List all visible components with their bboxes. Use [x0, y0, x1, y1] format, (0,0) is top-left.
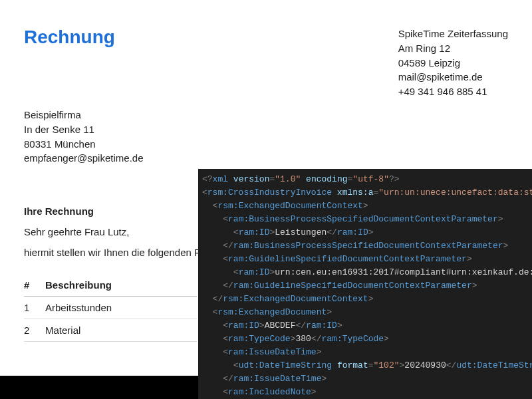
recipient-street: In der Senke 11 [24, 122, 508, 137]
sender-address-block: SpikeTime Zeiterfassung Am Ring 12 04589… [398, 27, 508, 99]
xml-gsdcp-open: ram:GuidelineSpecifiedDocumentContextPar… [228, 254, 467, 264]
xml-doc-id-val: ABCDEF [265, 321, 296, 331]
xml-typecode-close: ram:TypeCode [321, 334, 384, 344]
xml-doc-id-close: ram:ID [306, 321, 337, 331]
xml-doc-id-open: ram:ID [228, 321, 259, 331]
xml-dts-val: 20240930 [404, 360, 446, 370]
row-desc: Arbeitsstunden [45, 297, 197, 319]
row-desc: Material [45, 319, 197, 342]
sender-phone: +49 341 946 885 41 [398, 84, 508, 99]
xml-ed-open: rsm:ExchangedDocument [217, 307, 327, 317]
table-row: 1 Arbeitsstunden [24, 297, 197, 319]
xml-edc-close: rsm:ExchangedDocumentContext [223, 294, 368, 304]
xml-dts-format-attr: format [337, 360, 368, 370]
xml-ram-id-open: ram:ID [239, 227, 270, 237]
recipient-name: Beispielfirma [24, 108, 508, 122]
xml-guideline-val: urn:cen.eu:en16931:2017#compliant#urn:xe… [275, 267, 532, 277]
row-num: 1 [24, 297, 45, 319]
sender-city: 04589 Leipzig [398, 56, 508, 70]
xml-bpsdcp-open: ram:BusinessProcessSpecifiedDocumentCont… [228, 214, 498, 224]
xml-root-attr: xmlns:a [337, 188, 374, 198]
xml-typecode-val: 380 [295, 334, 311, 344]
xml-issuedt-open: ram:IssueDateTime [228, 347, 317, 357]
xml-dts-format-val: 102 [378, 360, 394, 370]
table-row: 2 Material [24, 319, 197, 342]
row-num: 2 [24, 319, 45, 342]
xml-gsdcp-close: ram:GuidelineSpecifiedDocumentContextPar… [233, 281, 472, 291]
xml-decl-encoding: utf-8 [358, 174, 384, 184]
xml-code-panel: <?xml version="1.0" encoding="utf-8"?> <… [198, 169, 532, 399]
sender-email: mail@spiketime.de [398, 70, 508, 84]
xml-typecode-open: ram:TypeCode [228, 334, 291, 344]
sender-street: Am Ring 12 [398, 41, 508, 56]
xml-root: rsm:CrossIndustryInvoice [207, 188, 332, 198]
recipient-address-block: Beispielfirma In der Senke 11 80331 Münc… [24, 108, 508, 166]
xml-decl-version: 1.0 [280, 174, 295, 184]
xml-root-attr-val: urn:un:unece:uncefact:data:sta [384, 188, 532, 198]
sender-name: SpikeTime Zeiterfassung [398, 27, 508, 41]
xml-issuedt-close: ram:IssueDateTime [233, 374, 322, 384]
xml-edc-open: rsm:ExchangedDocumentContext [217, 201, 362, 211]
xml-guideline-id-open: ram:ID [239, 267, 270, 277]
xml-bp-id-val: Leistungen [275, 227, 327, 237]
xml-ram-id-close: ram:ID [337, 227, 368, 237]
col-header-num: # [24, 274, 45, 297]
recipient-city: 80331 München [24, 137, 508, 152]
xml-dts-open: udt:DateTimeString [239, 360, 332, 370]
line-items-table: # Beschreibung 1 Arbeitsstunden 2 Materi… [24, 274, 197, 342]
recipient-email: empfaenger@spiketime.de [24, 151, 508, 166]
col-header-desc: Beschreibung [45, 274, 197, 297]
xml-bpsdcp-close: ram:BusinessProcessSpecifiedDocumentCont… [233, 241, 503, 251]
xml-dts-close-trunc: udt:DateTimeStri [456, 360, 532, 370]
xml-incnote-open: ram:IncludedNote [228, 387, 311, 397]
